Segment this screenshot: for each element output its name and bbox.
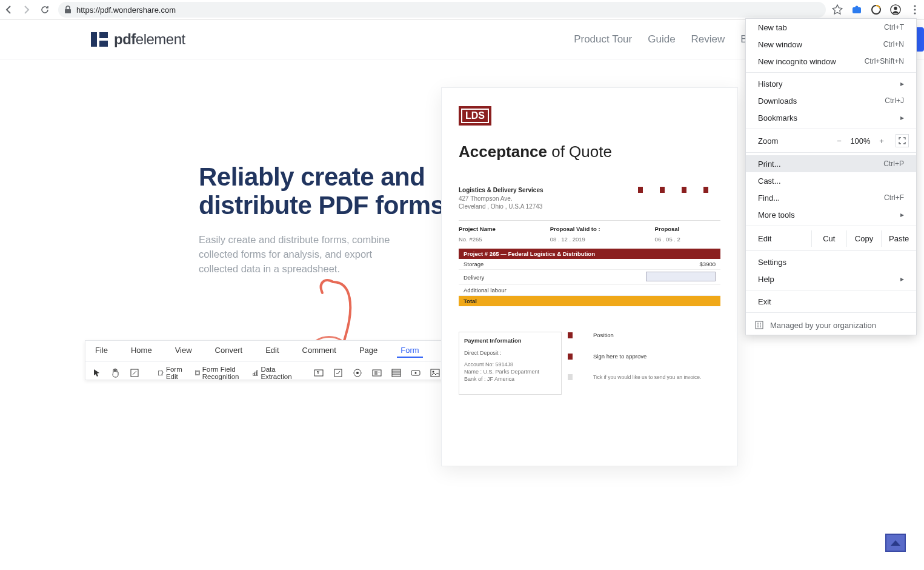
profile-icon[interactable] xyxy=(890,4,901,15)
url-text: https://pdf.wondershare.com xyxy=(76,5,176,15)
menu-file[interactable]: File xyxy=(91,344,111,358)
chrome-right-icons xyxy=(832,4,920,15)
menu-help[interactable]: Help▸ xyxy=(746,270,916,287)
lock-icon xyxy=(64,5,71,14)
menu-home[interactable]: Home xyxy=(127,344,156,358)
svg-point-8 xyxy=(914,12,916,14)
zoom-out-button[interactable]: − xyxy=(830,135,848,147)
menu-copy[interactable]: Copy xyxy=(846,230,882,247)
building-icon xyxy=(754,320,764,330)
tool-checkbox-icon[interactable] xyxy=(331,367,345,379)
menu-edit-row: Edit Cut Copy Paste xyxy=(746,229,916,248)
scroll-top-button[interactable] xyxy=(885,534,906,552)
svg-rect-12 xyxy=(196,372,199,375)
fullscreen-icon[interactable] xyxy=(896,134,909,147)
svg-point-5 xyxy=(894,7,897,10)
doc-payment: Payment Information Direct Deposit : Acc… xyxy=(459,332,720,395)
doc-meta-row: Project NameNo. #265 Proposal Valid to :… xyxy=(459,220,720,243)
svg-rect-24 xyxy=(431,369,439,377)
tool-textfield-icon[interactable] xyxy=(311,367,326,379)
svg-rect-0 xyxy=(65,9,71,13)
delivery-select-field[interactable] xyxy=(646,272,716,281)
status-square-icon xyxy=(568,332,573,338)
menu-exit[interactable]: Exit xyxy=(746,293,916,310)
address-bar[interactable]: https://pdf.wondershare.com xyxy=(58,2,826,18)
svg-rect-36 xyxy=(756,321,763,329)
zoom-in-button[interactable]: + xyxy=(872,135,891,147)
menu-comment[interactable]: Comment xyxy=(299,344,340,358)
payment-box: Payment Information Direct Deposit : Acc… xyxy=(459,332,562,395)
nav-product-tour[interactable]: Product Tour xyxy=(574,33,632,45)
nav-guide[interactable]: Guide xyxy=(648,33,675,45)
menu-form[interactable]: Form xyxy=(397,344,422,358)
menu-new-tab[interactable]: New tabCtrl+T xyxy=(746,19,916,36)
menu-convert[interactable]: Convert xyxy=(211,344,247,358)
menu-history[interactable]: History▸ xyxy=(746,75,916,92)
tool-edit-icon[interactable] xyxy=(128,367,141,378)
menu-incognito[interactable]: New incognito windowCtrl+Shift+N xyxy=(746,53,916,70)
menu-find[interactable]: Find...Ctrl+F xyxy=(746,189,916,206)
chrome-menu: New tabCtrl+T New windowCtrl+N New incog… xyxy=(745,18,917,335)
menu-print[interactable]: Print...Ctrl+P xyxy=(746,155,916,172)
reload-icon[interactable] xyxy=(40,5,50,15)
menu-bookmarks[interactable]: Bookmarks▸ xyxy=(746,109,916,126)
hero-sub: Easily create and distribute forms, comb… xyxy=(199,233,405,277)
svg-rect-14 xyxy=(254,372,256,376)
doc-table: Project # 265 — Federal Logistics & Dist… xyxy=(459,249,720,306)
tool-image-icon[interactable] xyxy=(428,367,442,379)
menu-cast[interactable]: Cast... xyxy=(746,172,916,189)
logo[interactable]: pdfelement xyxy=(91,31,185,48)
menu-paste[interactable]: Paste xyxy=(881,230,916,247)
logo-mark-icon xyxy=(91,32,108,47)
menu-managed[interactable]: Managed by your organization xyxy=(746,315,916,335)
doc-title: Acceptance of Quote xyxy=(459,142,720,161)
more-icon[interactable] xyxy=(909,4,920,15)
menu-edit[interactable]: Edit xyxy=(262,344,282,358)
document-preview: LDS Acceptance of Quote Logistics & Deli… xyxy=(441,87,738,466)
logo-text: pdfelement xyxy=(114,31,185,48)
menu-view[interactable]: View xyxy=(171,344,196,358)
menu-more-tools[interactable]: More tools▸ xyxy=(746,206,916,223)
doc-progress-squares xyxy=(638,187,708,193)
tool-combo-icon[interactable] xyxy=(370,367,384,379)
forward-icon[interactable] xyxy=(22,5,32,15)
menu-new-window[interactable]: New windowCtrl+N xyxy=(746,36,916,53)
tool-button-icon[interactable] xyxy=(408,367,423,379)
menu-settings[interactable]: Settings xyxy=(746,253,916,270)
tool-form-edit[interactable]: Form Edit xyxy=(156,364,188,381)
menu-zoom-row: Zoom − 100% + xyxy=(746,132,916,150)
tool-radio-icon[interactable] xyxy=(350,367,365,379)
nav-controls xyxy=(4,5,50,15)
doc-section-label: Logistics & Delivery Services xyxy=(459,187,543,193)
extension-icon-2[interactable] xyxy=(871,4,882,15)
svg-point-19 xyxy=(356,372,359,374)
svg-point-25 xyxy=(432,371,434,373)
doc-address: 427 Thompson Ave. Cleveland , Ohio , U.S… xyxy=(459,195,543,210)
doc-section-header: Logistics & Delivery Services 427 Thomps… xyxy=(459,187,720,210)
menu-page[interactable]: Page xyxy=(356,344,381,358)
nav-review[interactable]: Review xyxy=(691,33,725,45)
menu-cut[interactable]: Cut xyxy=(811,230,846,247)
doc-logo: LDS xyxy=(459,106,491,126)
extension-icon-1[interactable] xyxy=(851,4,862,15)
browser-toolbar: https://pdf.wondershare.com xyxy=(0,0,924,20)
svg-point-2 xyxy=(856,6,859,9)
tool-field-recognition[interactable]: Form Field Recognition xyxy=(193,364,245,381)
payment-right: Position Sign here to approve Tick if yo… xyxy=(568,332,701,395)
star-icon[interactable] xyxy=(832,4,843,15)
svg-rect-10 xyxy=(159,371,162,375)
tool-data-extraction[interactable]: Data Extraction xyxy=(250,364,297,381)
tool-hand-icon[interactable] xyxy=(108,367,123,379)
status-square-icon xyxy=(568,354,573,360)
svg-point-6 xyxy=(914,5,916,7)
tool-list-icon[interactable] xyxy=(389,367,404,379)
svg-point-23 xyxy=(414,372,416,374)
svg-point-7 xyxy=(914,8,916,10)
menu-downloads[interactable]: DownloadsCtrl+J xyxy=(746,92,916,109)
tool-pointer-icon[interactable] xyxy=(90,367,104,378)
svg-rect-16 xyxy=(314,370,323,376)
zoom-value: 100% xyxy=(848,136,872,146)
back-icon[interactable] xyxy=(4,5,13,15)
checkbox-icon[interactable] xyxy=(568,374,573,380)
svg-rect-13 xyxy=(253,374,254,376)
